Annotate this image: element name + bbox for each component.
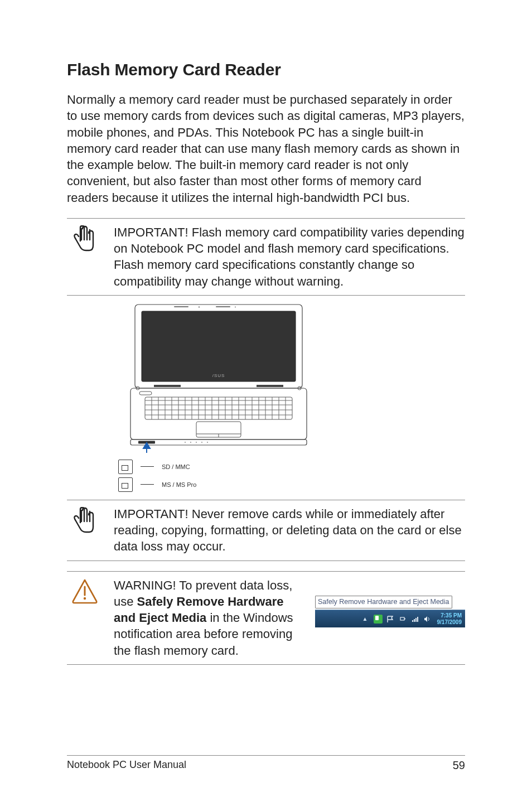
- tray-tooltip: Safely Remove Hardware and Eject Media: [315, 596, 452, 609]
- sd-label: SD / MMC: [162, 463, 190, 470]
- network-icon: [410, 615, 419, 624]
- warning-triangle-icon: [67, 577, 103, 604]
- taskbar-screenshot: Safely Remove Hardware and Eject Media ▲: [315, 577, 465, 628]
- safely-remove-icon: [374, 615, 383, 624]
- footer-title: Notebook PC User Manual: [67, 759, 186, 772]
- svg-rect-55: [414, 619, 415, 622]
- svg-point-51: [84, 597, 86, 599]
- svg-rect-52: [400, 617, 404, 620]
- label-leader-line: [141, 484, 154, 485]
- svg-point-44: [190, 442, 191, 443]
- svg-rect-54: [412, 620, 413, 622]
- clock-date: 9/17/2009: [437, 619, 462, 626]
- svg-rect-4: [216, 306, 230, 307]
- svg-point-45: [196, 442, 197, 443]
- clock-time: 7:35 PM: [437, 612, 462, 619]
- volume-icon: [423, 615, 432, 624]
- svg-point-5: [235, 306, 236, 307]
- svg-rect-2: [174, 306, 188, 307]
- important-text-2: IMPORTANT! Never remove cards while or i…: [114, 506, 465, 555]
- page-footer: Notebook PC User Manual 59: [67, 755, 465, 772]
- svg-rect-56: [415, 618, 417, 622]
- card-slot-labels: SD / MMC MS / MS Pro: [118, 460, 465, 492]
- warning-text-block: WARNING! To prevent data loss, use Safel…: [114, 577, 465, 659]
- svg-rect-10: [257, 385, 283, 387]
- important-callout-2: IMPORTANT! Never remove cards while or i…: [67, 500, 465, 561]
- svg-rect-9: [154, 385, 181, 387]
- svg-text:/SUS: /SUS: [212, 373, 225, 378]
- flag-icon: [386, 615, 395, 624]
- svg-rect-53: [404, 618, 405, 619]
- important-callout-1: IMPORTANT! Flash memory card compatibili…: [67, 218, 465, 296]
- section-heading: Flash Memory Card Reader: [67, 60, 465, 79]
- svg-point-47: [207, 442, 208, 443]
- page-number: 59: [453, 759, 465, 772]
- sd-card-icon: [118, 460, 133, 474]
- important-text-1: IMPORTANT! Flash memory card compatibili…: [114, 224, 465, 289]
- body-paragraph: Normally a memory card reader must be pu…: [67, 91, 465, 206]
- ms-label: MS / MS Pro: [162, 481, 196, 488]
- power-icon: [398, 615, 407, 624]
- svg-rect-11: [139, 392, 152, 395]
- laptop-illustration: /SUS: [118, 303, 465, 492]
- system-clock: 7:35 PM 9/17/2009: [435, 612, 462, 625]
- svg-point-3: [199, 306, 200, 307]
- label-leader-line: [141, 466, 154, 467]
- hand-stop-icon: [67, 506, 103, 536]
- svg-rect-1: [142, 311, 296, 381]
- hand-stop-icon: [67, 224, 103, 254]
- ms-card-icon: [118, 477, 133, 492]
- svg-point-46: [201, 442, 202, 443]
- warning-callout: WARNING! To prevent data loss, use Safel…: [67, 571, 465, 665]
- svg-rect-41: [130, 439, 307, 445]
- tray-overflow-icon: ▲: [360, 615, 370, 622]
- svg-rect-57: [417, 617, 418, 622]
- svg-point-43: [185, 442, 186, 443]
